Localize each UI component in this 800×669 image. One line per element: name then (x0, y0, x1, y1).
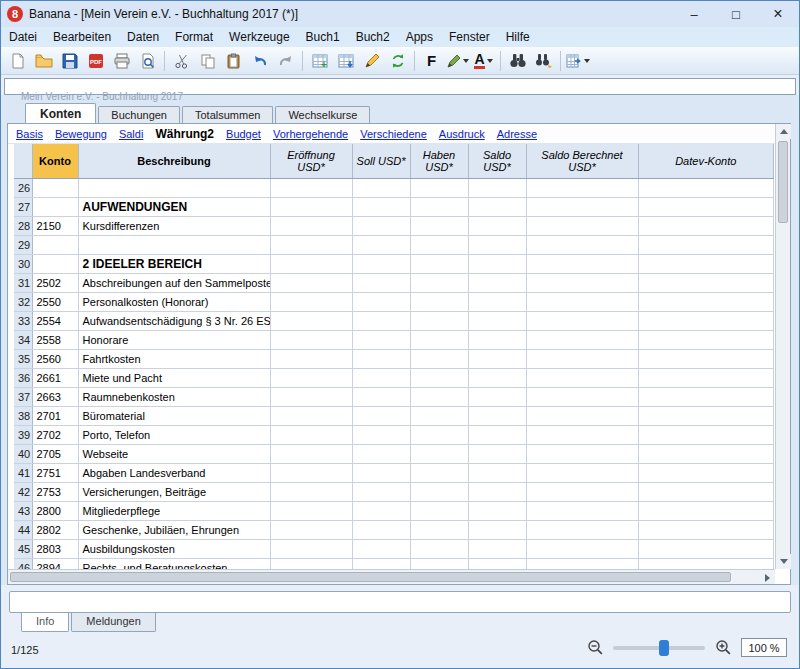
soll-cell[interactable] (352, 330, 410, 349)
beschreibung-cell[interactable]: Honorare (78, 330, 270, 349)
soll-cell[interactable] (352, 463, 410, 482)
row-number-cell[interactable]: 42 (14, 482, 32, 501)
copy-button[interactable] (195, 49, 220, 73)
scroll-down-button[interactable] (776, 554, 791, 569)
haben-cell[interactable] (410, 330, 468, 349)
datev-konto-cell[interactable] (638, 197, 774, 216)
row-number-cell[interactable]: 33 (14, 311, 32, 330)
eroeffnung-cell[interactable] (270, 482, 352, 501)
zoom-slider[interactable] (613, 646, 705, 650)
saldo-cell[interactable] (468, 330, 526, 349)
export-table-button[interactable] (565, 49, 590, 73)
row-number-cell[interactable]: 30 (14, 254, 32, 273)
datev-konto-cell[interactable] (638, 482, 774, 501)
konto-cell[interactable]: 2150 (32, 216, 78, 235)
saldo-cell[interactable] (468, 425, 526, 444)
beschreibung-cell[interactable] (78, 178, 270, 197)
row-number-cell[interactable]: 32 (14, 292, 32, 311)
konto-cell[interactable]: 2800 (32, 501, 78, 520)
haben-cell[interactable] (410, 254, 468, 273)
table-row[interactable]: 35 2560 Fahrtkosten (14, 349, 774, 368)
tab-info[interactable]: Info (21, 613, 69, 632)
insert-rows-button[interactable]: + (307, 49, 332, 73)
saldo-cell[interactable] (468, 406, 526, 425)
konto-cell[interactable]: 2661 (32, 368, 78, 387)
konto-cell[interactable]: 2558 (32, 330, 78, 349)
header-saldo[interactable]: Saldo USD* (468, 144, 526, 178)
datev-konto-cell[interactable] (638, 387, 774, 406)
konto-cell[interactable]: 2701 (32, 406, 78, 425)
saldo-cell[interactable] (468, 387, 526, 406)
soll-cell[interactable] (352, 558, 410, 569)
datev-konto-cell[interactable] (638, 368, 774, 387)
saldo-berechnet-cell[interactable] (526, 292, 638, 311)
datev-konto-cell[interactable] (638, 311, 774, 330)
beschreibung-cell[interactable]: Abgaben Landesverband (78, 463, 270, 482)
soll-cell[interactable] (352, 292, 410, 311)
find-button[interactable] (505, 49, 530, 73)
row-number-cell[interactable]: 36 (14, 368, 32, 387)
haben-cell[interactable] (410, 178, 468, 197)
table-row[interactable]: 34 2558 Honorare (14, 330, 774, 349)
soll-cell[interactable] (352, 349, 410, 368)
datev-konto-cell[interactable] (638, 539, 774, 558)
open-file-button[interactable] (31, 49, 56, 73)
haben-cell[interactable] (410, 387, 468, 406)
view-waehrung2[interactable]: Währung2 (155, 127, 214, 141)
beschreibung-cell[interactable]: Ausbildungskosten (78, 539, 270, 558)
zoom-slider-handle[interactable] (659, 640, 669, 656)
pdf-export-button[interactable]: PDF (83, 49, 108, 73)
menu-bearbeiten[interactable]: Bearbeiten (45, 28, 119, 46)
table-row[interactable]: 26 (14, 178, 774, 197)
haben-cell[interactable] (410, 273, 468, 292)
saldo-cell[interactable] (468, 463, 526, 482)
konto-cell[interactable] (32, 178, 78, 197)
soll-cell[interactable] (352, 197, 410, 216)
vertical-scroll-thumb[interactable] (778, 141, 788, 223)
eroeffnung-cell[interactable] (270, 425, 352, 444)
saldo-berechnet-cell[interactable] (526, 368, 638, 387)
saldo-berechnet-cell[interactable] (526, 273, 638, 292)
font-color-button[interactable]: A (471, 49, 496, 73)
tab-konten[interactable]: Konten (25, 103, 96, 124)
horizontal-scroll-thumb[interactable] (10, 572, 731, 582)
row-number-cell[interactable]: 45 (14, 539, 32, 558)
datev-konto-cell[interactable] (638, 425, 774, 444)
eroeffnung-cell[interactable] (270, 178, 352, 197)
datev-konto-cell[interactable] (638, 463, 774, 482)
saldo-berechnet-cell[interactable] (526, 425, 638, 444)
beschreibung-cell[interactable]: Abschreibungen auf den Sammelposte (78, 273, 270, 292)
saldo-cell[interactable] (468, 311, 526, 330)
close-button[interactable]: × (757, 1, 799, 27)
table-row[interactable]: 29 (14, 235, 774, 254)
soll-cell[interactable] (352, 482, 410, 501)
row-number-cell[interactable]: 37 (14, 387, 32, 406)
eroeffnung-cell[interactable] (270, 197, 352, 216)
konto-cell[interactable] (32, 254, 78, 273)
table-row[interactable]: 39 2702 Porto, Telefon (14, 425, 774, 444)
datev-konto-cell[interactable] (638, 254, 774, 273)
saldo-berechnet-cell[interactable] (526, 216, 638, 235)
datev-konto-cell[interactable] (638, 558, 774, 569)
new-document-button[interactable] (5, 49, 30, 73)
eroeffnung-cell[interactable] (270, 558, 352, 569)
table-row[interactable]: 41 2751 Abgaben Landesverband (14, 463, 774, 482)
tab-buchungen[interactable]: Buchungen (98, 106, 180, 123)
row-number-cell[interactable]: 35 (14, 349, 32, 368)
soll-cell[interactable] (352, 235, 410, 254)
beschreibung-cell[interactable]: Aufwandsentschädigung § 3 Nr. 26 ES (78, 311, 270, 330)
saldo-cell[interactable] (468, 216, 526, 235)
haben-cell[interactable] (410, 349, 468, 368)
row-number-cell[interactable]: 29 (14, 235, 32, 254)
horizontal-scrollbar[interactable] (8, 569, 775, 584)
saldo-berechnet-cell[interactable] (526, 197, 638, 216)
view-saldi[interactable]: Saldi (119, 128, 143, 140)
saldo-cell[interactable] (468, 349, 526, 368)
konto-cell[interactable]: 2705 (32, 444, 78, 463)
saldo-berechnet-cell[interactable] (526, 558, 638, 569)
undo-button[interactable] (247, 49, 272, 73)
row-number-cell[interactable]: 27 (14, 197, 32, 216)
eroeffnung-cell[interactable] (270, 330, 352, 349)
row-number-cell[interactable]: 31 (14, 273, 32, 292)
row-number-cell[interactable]: 43 (14, 501, 32, 520)
